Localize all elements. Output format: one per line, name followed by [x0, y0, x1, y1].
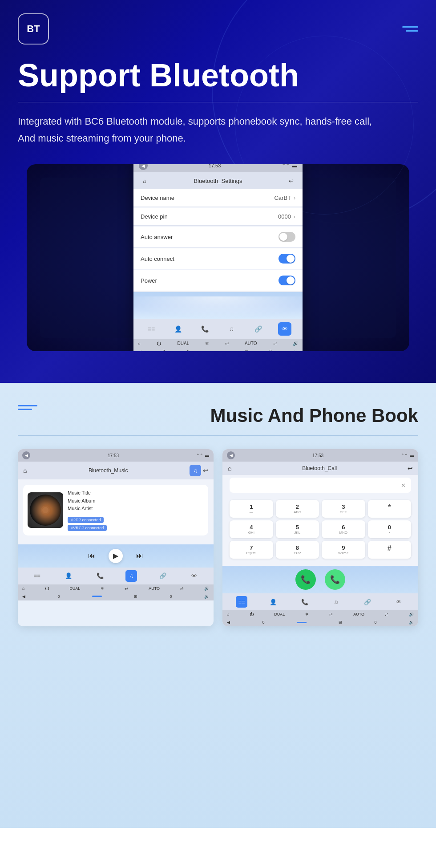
md-person-icon[interactable]: 👤: [63, 570, 74, 582]
md-badges: A2DP connected AVRCP connected: [68, 515, 204, 531]
device-header: ⌂ Bluetooth_Settings ↩: [133, 172, 303, 189]
md-eye-icon[interactable]: 👁: [189, 570, 200, 582]
ph-time: 17:53: [312, 453, 323, 458]
music-header: Music And Phone Book: [18, 405, 418, 426]
key-9[interactable]: 9WXYZ: [322, 541, 365, 559]
status-snowflake: ❄: [205, 341, 209, 346]
md-album-art: [28, 492, 63, 528]
md-home-icon[interactable]: ⌂: [23, 467, 27, 474]
music-screens: ◀ 17:53 ⌃⌃ ▬ ⌂ Bluetooth_Music ♫ ↩: [18, 449, 418, 626]
clear-icon[interactable]: ✕: [401, 482, 406, 489]
s-temp: ⊞: [245, 349, 248, 351]
ph-screen-title: Bluetooth_Call: [302, 465, 337, 471]
key-7[interactable]: 7PQRS: [230, 541, 273, 559]
ph-back-arrow[interactable]: ↩: [408, 465, 413, 472]
device-bottombar: ≡≡ 👤 📞 ♫ 🔗 👁: [133, 319, 303, 339]
hero-title: Support Bluetooth: [18, 58, 418, 93]
phone-input-bar[interactable]: ✕: [230, 478, 411, 493]
badge-a2dp: A2DP connected: [68, 517, 104, 523]
music-menu-icon[interactable]: [18, 405, 37, 410]
eye-nav-icon[interactable]: 👁: [278, 322, 291, 336]
device-statusbar: ⌂ ⏻ DUAL ❄ ⇄ AUTO ⇌ 🔊: [133, 339, 303, 348]
ph-eye-icon[interactable]: 👁: [393, 596, 405, 608]
play-button[interactable]: ▶: [109, 549, 123, 563]
key-4[interactable]: 4GHI: [230, 520, 273, 538]
key-8[interactable]: 8TUV: [276, 541, 319, 559]
s-vol2: 🔉: [293, 349, 298, 351]
signal-icon: ⌃⌃: [282, 164, 290, 169]
ph-link-icon[interactable]: 🔗: [362, 596, 373, 608]
ph-menu-icon[interactable]: ≡≡: [236, 596, 247, 608]
device-pin-row[interactable]: Device pin 0000 ›: [133, 208, 303, 226]
menu-nav-icon[interactable]: ≡≡: [145, 322, 158, 336]
vinyl: [30, 495, 61, 526]
ph-content: ✕ 1— 2ABC 3DEF * 4GHI 5JKL 6MNO 0• 7PQRS…: [222, 475, 418, 566]
ph-person-icon[interactable]: 👤: [267, 596, 279, 608]
redial-button[interactable]: 📞: [325, 569, 345, 590]
auto-answer-label: Auto answer: [141, 234, 173, 240]
md-music-icon[interactable]: ♫: [125, 570, 137, 582]
key-hash[interactable]: #: [368, 541, 412, 559]
phone-keypad: 1— 2ABC 3DEF * 4GHI 5JKL 6MNO 0• 7PQRS 8…: [226, 495, 415, 563]
device-time: 17:53: [209, 164, 221, 169]
key-1[interactable]: 1—: [230, 500, 273, 518]
key-5[interactable]: 5JKL: [276, 520, 319, 538]
md-track-info: Music Title Music Album Music Artist A2D…: [68, 489, 204, 531]
ms-vol: 🔊: [204, 586, 209, 591]
md-back-arrow[interactable]: ↩: [203, 467, 208, 474]
auto-answer-toggle[interactable]: [279, 232, 295, 242]
hero-divider: [18, 102, 418, 102]
car-background: ◀ 17:53 ⌃⌃ ▬ ⌂ Bluetooth_Settings ↩: [27, 164, 409, 351]
next-button[interactable]: ⏭: [136, 552, 143, 560]
key-3[interactable]: 3DEF: [322, 500, 365, 518]
call-buttons: 📞 📞: [222, 566, 418, 593]
ph-music-icon[interactable]: ♫: [330, 596, 342, 608]
person-nav-icon[interactable]: 👤: [171, 322, 185, 336]
s-fan: ⬆: [186, 349, 190, 351]
device-wave: [133, 292, 303, 319]
md-phone-icon[interactable]: 📞: [94, 570, 106, 582]
ph-phone-icon[interactable]: 📞: [299, 596, 311, 608]
music-nav-icon[interactable]: ♫: [225, 322, 238, 336]
toggle-knob-2: [287, 255, 295, 263]
device-pin-label: Device pin: [141, 213, 168, 220]
auto-answer-row: Auto answer: [133, 227, 303, 247]
md-time: 17:53: [108, 453, 119, 458]
back-button[interactable]: ◀: [139, 164, 148, 170]
home-icon[interactable]: ⌂: [140, 176, 149, 186]
md-back-btn[interactable]: ◀: [22, 451, 30, 459]
ms-arrows: ⇄: [125, 586, 128, 591]
md-menu-icon[interactable]: ≡≡: [31, 570, 43, 582]
md-topbar: ◀ 17:53 ⌃⌃ ▬: [18, 449, 214, 462]
ph-back-btn[interactable]: ◀: [227, 451, 235, 459]
power-row: Power: [133, 270, 303, 291]
back-icon[interactable]: ↩: [287, 176, 296, 186]
md-link-icon[interactable]: 🔗: [157, 570, 169, 582]
key-star[interactable]: *: [368, 500, 412, 518]
call-button[interactable]: 📞: [295, 569, 316, 590]
link-nav-icon[interactable]: 🔗: [251, 322, 265, 336]
key-2[interactable]: 2ABC: [276, 500, 319, 518]
prev-button[interactable]: ⏮: [88, 552, 95, 560]
auto-connect-toggle[interactable]: [279, 254, 295, 264]
track-album: Music Album: [68, 497, 204, 505]
md-note-icon[interactable]: ♫: [190, 465, 201, 476]
md-statusbar-2: ◀0 ⊞0🔉: [18, 592, 214, 600]
key-0[interactable]: 0•: [368, 520, 412, 538]
ph-home-icon[interactable]: ⌂: [228, 465, 231, 472]
status-dual: DUAL: [178, 341, 190, 346]
menu-icon[interactable]: [402, 26, 418, 32]
device-topbar: ◀ 17:53 ⌃⌃ ▬: [133, 164, 303, 173]
key-6[interactable]: 6MNO: [322, 520, 365, 538]
md-controls: ⏮ ▶ ⏭: [18, 544, 214, 568]
device-pin-value: 0000 ›: [278, 213, 295, 220]
device-name-row[interactable]: Device name CarBT ›: [133, 189, 303, 207]
phone-nav-icon[interactable]: 📞: [198, 322, 211, 336]
power-toggle[interactable]: [279, 276, 295, 285]
status-power: ⏻: [157, 341, 161, 346]
s-back: ◀: [138, 349, 141, 351]
ms-home: ⌂: [22, 586, 24, 591]
battery-icon: ▬: [292, 164, 297, 169]
ph-battery: ▬: [410, 453, 414, 458]
toggle-knob-3: [287, 276, 295, 284]
